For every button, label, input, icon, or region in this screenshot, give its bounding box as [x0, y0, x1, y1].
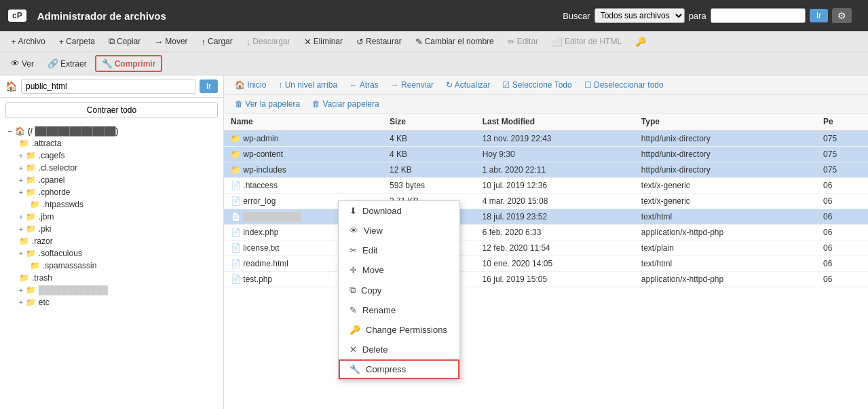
table-row[interactable]: 📄 license.txt 19,45 KB12 feb. 2020 11:54…	[224, 241, 868, 256]
toolbar-descargar[interactable]: ↓ Descargar	[241, 35, 296, 49]
expand-icon-etc: +	[19, 299, 23, 306]
toolbar-copiar[interactable]: ⧉ Copiar	[103, 34, 146, 49]
tree-item-etc[interactable]: + 📁 etc	[0, 296, 223, 308]
move-icon: ✛	[350, 265, 357, 275]
tree-label-spam: .spamassassin	[43, 261, 96, 270]
toolbar-extraer[interactable]: 🔗 Extraer	[42, 56, 92, 71]
table-row[interactable]: 📁 wp-content 4 KBHoy 9:30httpd/unix-dire…	[224, 147, 868, 162]
file-btn-desel-todo[interactable]: ☐ Deseleccionar todo	[580, 79, 668, 91]
delete-icon: ✕	[350, 344, 357, 355]
file-btn-ver-papelera[interactable]: 🗑 Ver la papelera	[231, 98, 304, 110]
ctx-download-label: Download	[362, 206, 402, 216]
ctx-rename[interactable]: ✎ Rename	[339, 300, 459, 320]
tree-item-cphorde[interactable]: + 📁 .cphorde	[0, 186, 223, 198]
file-php-icon: 📄	[231, 228, 241, 237]
sidebar-home-icon[interactable]: 🏠	[5, 81, 17, 92]
table-row[interactable]: 📄 test.php 19 bytes16 jul. 2019 15:05app…	[224, 272, 868, 287]
file-btn-actualizar[interactable]: ↻ Actualizar	[442, 79, 494, 91]
toolbar-html-editor[interactable]: ⬜ Editor de HTML	[546, 35, 627, 49]
tree-item-blurred[interactable]: + 📁 ████████████	[0, 284, 223, 296]
file-btn-inicio[interactable]: 🏠 Inicio	[231, 79, 270, 91]
tree-item-razor[interactable]: 📁 .razor	[0, 235, 223, 247]
tree-item-cpanel[interactable]: + 📁 .cpanel	[0, 174, 223, 186]
search-select[interactable]: Todos sus archivos	[595, 8, 685, 23]
ctx-download[interactable]: ⬇ Download	[339, 201, 459, 221]
toolbar-cambiar-nombre[interactable]: ✎ Cambiar el nombre	[410, 35, 499, 49]
file-btn-nivel-arriba[interactable]: ↑ Un nivel arriba	[274, 79, 341, 91]
folder-icon-cagefs: 📁	[26, 151, 36, 160]
tree-item-cagefs[interactable]: + 📁 .cagefs	[0, 149, 223, 162]
sidebar-go-btn[interactable]: Ir	[200, 79, 218, 93]
col-size[interactable]: Size	[383, 113, 476, 130]
search-input[interactable]	[711, 8, 806, 23]
file-btn-sel-todo[interactable]: ☑ Seleccione Todo	[498, 79, 575, 91]
toolbar-mover[interactable]: → Mover	[149, 35, 193, 49]
view-icon: 👁	[350, 226, 358, 236]
tree-item-htpasswds[interactable]: 📁 .htpasswds	[0, 198, 223, 211]
col-modified[interactable]: Last Modified	[476, 113, 635, 130]
ctx-view[interactable]: 👁 View	[339, 221, 459, 241]
toolbar-comprimir[interactable]: 🔧 Comprimir	[95, 55, 163, 72]
ctx-change-permissions[interactable]: 🔑 Change Permissions	[339, 320, 459, 340]
expand-icon: −	[8, 128, 12, 135]
toolbar-cargar[interactable]: ↑ Cargar	[196, 35, 238, 49]
ctx-compress-label: Compress	[366, 364, 406, 374]
ctx-edit-label: Edit	[362, 245, 377, 255]
ctx-delete[interactable]: ✕ Delete	[339, 340, 459, 359]
toolbar-archivo[interactable]: + Archivo	[5, 35, 51, 49]
toolbar-permisos[interactable]: 🔑	[630, 35, 652, 49]
table-row[interactable]: 📄 index.php 405 bytes6 feb. 2020 6:33app…	[224, 225, 868, 241]
tree-item-pki[interactable]: + 📁 .pki	[0, 223, 223, 235]
tree-item-root[interactable]: − 🏠 (/ ██████████████)	[0, 125, 223, 137]
search-btn[interactable]: Ir	[810, 9, 828, 22]
file-btn-reenviar[interactable]: → Reenviar	[387, 79, 438, 91]
sidebar: 🏠 Ir Contraer todo − 🏠 (/ ██████████████…	[0, 75, 224, 409]
tree-item-trash[interactable]: 📁 .trash	[0, 272, 223, 284]
expand-icon-jbm: +	[19, 213, 23, 221]
toolbar-eliminar[interactable]: ✕ Eliminar	[299, 35, 348, 49]
table-row[interactable]: 📁 wp-includes 12 KB1 abr. 2020 22:11http…	[224, 162, 868, 178]
expand-icon-soft: +	[19, 250, 23, 257]
table-row[interactable]: 📄 error_log 2,71 KB4 mar. 2020 15:08text…	[224, 194, 868, 209]
table-row[interactable]: 📁 wp-admin 4 KB13 nov. 2019 22:43httpd/u…	[224, 130, 868, 147]
ctx-edit[interactable]: ✂ Edit	[339, 241, 459, 260]
file-text-icon: 📄	[231, 259, 241, 268]
folder-icon-pki: 📁	[26, 224, 36, 234]
tree-item-attracta[interactable]: 📁 .attracta	[0, 137, 223, 149]
main-layout: 🏠 Ir Contraer todo − 🏠 (/ ██████████████…	[0, 75, 868, 409]
collapse-btn[interactable]: Contraer todo	[5, 102, 218, 118]
sidebar-path-input[interactable]	[21, 79, 195, 94]
search-label: Buscar	[563, 11, 590, 21]
file-toolbar: 🏠 Inicio ↑ Un nivel arriba ← Atrás → Ree…	[224, 75, 868, 95]
file-btn-atras[interactable]: ← Atrás	[345, 79, 383, 91]
col-perm[interactable]: Pe	[816, 113, 868, 130]
tree-label-razor: .razor	[32, 236, 53, 246]
tree-label-cagefs: .cagefs	[39, 151, 65, 160]
context-menu: ⬇ Download 👁 View ✂ Edit ✛ Move ⧉ Cop	[338, 200, 460, 380]
col-type[interactable]: Type	[635, 113, 816, 130]
toolbar-restaurar[interactable]: ↺ Restaurar	[351, 35, 407, 49]
tree-item-cl-selector[interactable]: + 📁 .cl.selector	[0, 162, 223, 174]
ctx-copy[interactable]: ⧉ Copy	[339, 280, 459, 300]
ctx-compress[interactable]: 🔧 Compress	[339, 359, 459, 379]
table-row[interactable]: 📄 .htaccess 593 bytes10 jul. 2019 12:36t…	[224, 178, 868, 194]
tree-item-softaculous[interactable]: + 📁 .softaculous	[0, 247, 223, 260]
tree-item-jbm[interactable]: + 📁 .jbm	[0, 211, 223, 223]
toolbar-editar[interactable]: ✏ Editar	[502, 35, 544, 49]
ctx-delete-label: Delete	[362, 344, 388, 355]
col-name[interactable]: Name	[224, 113, 383, 130]
download-icon: ⬇	[350, 206, 357, 216]
expand-icon-blurred: +	[19, 287, 23, 294]
tree-item-spamassassin[interactable]: 📁 .spamassassin	[0, 260, 223, 272]
file-panel: 🏠 Inicio ↑ Un nivel arriba ← Atrás → Ree…	[224, 75, 868, 409]
table-row[interactable]: 📄 readme.html 7,11 KB10 ene. 2020 14:05t…	[224, 256, 868, 272]
cp-logo: cP	[8, 10, 26, 22]
toolbar-ver[interactable]: 👁 Ver	[5, 56, 39, 71]
gear-button[interactable]: ⚙	[832, 8, 852, 23]
table-row[interactable]: 📄 ██████████ 53 bytes18 jul. 2019 23:52t…	[224, 209, 868, 225]
folder-icon-blurred: 📁	[26, 285, 36, 295]
tree-label-htpasswds: .htpasswds	[43, 200, 83, 209]
file-btn-vaciar-papelera[interactable]: 🗑 Vaciar papelera	[308, 98, 383, 110]
toolbar-carpeta[interactable]: + Carpeta	[54, 35, 100, 49]
ctx-move[interactable]: ✛ Move	[339, 260, 459, 280]
